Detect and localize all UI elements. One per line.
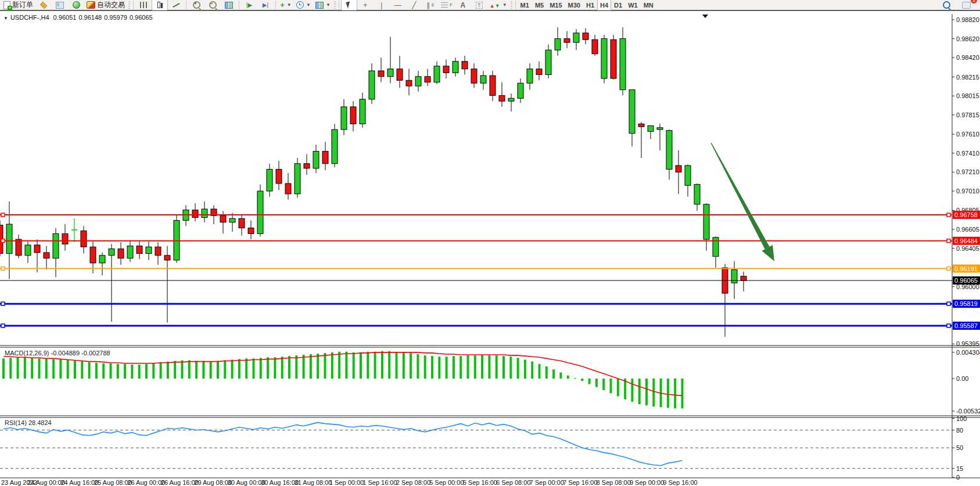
timeframe-MN[interactable]: MN — [641, 0, 656, 10]
search-button[interactable] — [938, 0, 954, 10]
timeframe-H1[interactable]: H1 — [583, 0, 597, 10]
macd-signal-line — [3, 352, 683, 396]
timeframe-M15[interactable]: M15 — [547, 0, 565, 10]
line-handle[interactable] — [947, 302, 950, 305]
text-tool-button[interactable]: A — [455, 0, 471, 10]
line-handle[interactable] — [1, 302, 5, 305]
candle-body — [555, 39, 561, 51]
label-tool-button[interactable]: T — [471, 0, 487, 10]
zoom-in-button[interactable]: + — [188, 0, 204, 10]
navigator-icon — [56, 2, 64, 9]
chevron-down-icon: ▼ — [306, 2, 311, 8]
zoom-out-button[interactable]: − — [204, 0, 221, 10]
time-axis-label: 26 Aug 00:00 — [127, 479, 165, 486]
auto-scroll-button[interactable]: ▶| — [257, 0, 274, 10]
rsi-tick-label: 80 — [956, 427, 963, 434]
price-chart-canvas[interactable]: 0.988200.986200.984200.982150.980150.978… — [0, 12, 980, 486]
price-tick-label: 0.97010 — [956, 188, 979, 195]
price-level-text: 0.96191 — [954, 265, 978, 272]
line-handle[interactable] — [1, 324, 5, 327]
line-handle[interactable] — [947, 239, 950, 243]
chart-shift-icon: |▶ — [246, 2, 252, 8]
clock-icon — [296, 1, 304, 9]
candle-body — [611, 39, 616, 78]
vertical-line-tool-button[interactable]: | — [374, 0, 390, 10]
line-handle[interactable] — [947, 324, 950, 327]
candle-body — [360, 99, 365, 124]
annotation-arrow[interactable] — [710, 143, 769, 250]
line-handle[interactable] — [1, 267, 5, 271]
line-handle[interactable] — [1, 213, 5, 217]
horizontal-line-tool-button[interactable]: — — [390, 0, 406, 10]
trendline-tool-button[interactable]: ╱ — [406, 0, 422, 10]
line-chart-button[interactable] — [168, 0, 184, 10]
candle-body — [638, 124, 644, 127]
navigator-button[interactable] — [52, 0, 68, 10]
crosshair-tool-button[interactable]: + — [357, 0, 374, 10]
timeframe-W1[interactable]: W1 — [625, 0, 641, 10]
time-axis-label: 29 Aug 08:00 — [194, 479, 232, 486]
channel-tool-button[interactable]: ∥E — [422, 0, 439, 10]
candle-body — [322, 152, 328, 164]
candle-body — [164, 255, 170, 260]
candle-body — [341, 107, 347, 129]
chart-window[interactable]: ▼USDCHF-,H4 0.960510.961480.959790.96065… — [0, 12, 980, 486]
candle-body — [81, 231, 87, 247]
price-tick-label: 0.97410 — [956, 150, 979, 157]
crosshair-icon: + — [363, 1, 367, 9]
auto-trade-button[interactable]: 自动交易 — [84, 0, 127, 10]
ohlc-close: 0.96065 — [130, 14, 153, 21]
timeframe-D1[interactable]: D1 — [611, 0, 625, 10]
candle-body — [285, 183, 291, 194]
timeframe-M5[interactable]: M5 — [532, 0, 547, 10]
bar-chart-button[interactable] — [135, 0, 152, 10]
rsi-tick-label: 50 — [956, 444, 963, 451]
timeframe-H4[interactable]: H4 — [597, 0, 611, 10]
line-handle[interactable] — [947, 267, 950, 271]
time-axis-label: 9 Sep 16:00 — [663, 479, 697, 486]
candle-body — [480, 75, 486, 83]
tile-windows-button[interactable] — [221, 0, 237, 10]
price-level-text: 0.95819 — [954, 300, 978, 307]
arrows-tool-button[interactable]: ▲▼▼ — [487, 0, 509, 10]
line-handle[interactable] — [947, 213, 950, 217]
candlestick-chart-button[interactable] — [152, 0, 168, 10]
scroll-marker-icon[interactable] — [702, 15, 708, 18]
chart-collapse-icon[interactable]: ▼ — [3, 16, 8, 21]
price-tick-label: 0.97210 — [956, 168, 979, 175]
market-watch-button[interactable] — [35, 0, 52, 10]
candle-body — [34, 245, 40, 253]
price-tick-label: 0.98420 — [956, 54, 979, 61]
candle-body — [295, 164, 300, 194]
templates-button[interactable]: ▼ — [313, 0, 333, 10]
signals-button[interactable] — [68, 0, 84, 10]
line-handle[interactable] — [1, 239, 5, 243]
notifications-button[interactable]: 1 — [958, 0, 974, 10]
new-order-button[interactable]: + 新订单 — [1, 0, 35, 10]
periods-button[interactable]: ▼ — [294, 0, 313, 10]
time-axis-label: 30 Aug 16:00 — [261, 479, 299, 486]
toolbar-separator — [239, 1, 239, 9]
time-axis-label: 24 Aug 16:00 — [60, 479, 98, 486]
chevron-down-icon: ▼ — [502, 2, 507, 8]
cursor-tool-button[interactable] — [341, 0, 357, 10]
candle-body — [313, 152, 319, 168]
candle-body — [146, 247, 152, 253]
timeframe-M30[interactable]: M30 — [565, 0, 583, 10]
timeframe-group: M1M5M15M30H1H4D1W1MN — [518, 0, 656, 10]
indicators-button[interactable]: +▼ — [278, 0, 294, 10]
candle-body — [620, 39, 626, 90]
time-axis-label: 7 Sep 00:00 — [530, 479, 564, 486]
label-tool-icon: T — [476, 2, 483, 9]
candle-body — [629, 90, 635, 134]
price-tick-label: 0.95395 — [956, 340, 979, 347]
time-axis-label: 9 Sep 00:00 — [630, 479, 664, 486]
fibonacci-tool-button[interactable]: F — [439, 0, 455, 10]
chart-shift-button[interactable]: |▶ — [241, 0, 257, 10]
annotation-arrow-head[interactable] — [762, 245, 774, 261]
timeframe-M1[interactable]: M1 — [518, 0, 532, 10]
candle-body — [527, 69, 533, 83]
price-level-text: 0.96484 — [954, 237, 978, 244]
zoom-out-icon: − — [209, 1, 217, 9]
rsi-tick-label: 0 — [956, 474, 960, 481]
